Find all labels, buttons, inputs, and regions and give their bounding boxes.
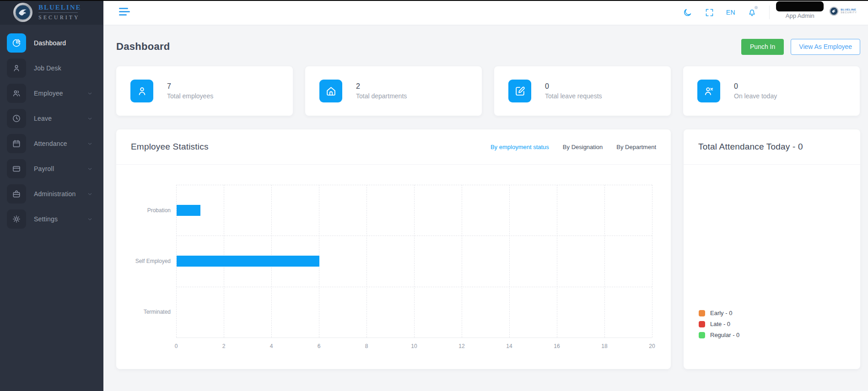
page-header: Dashboard Punch In View As Employee (116, 37, 860, 56)
punch-in-button[interactable]: Punch In (741, 39, 784, 55)
payroll-icon-tile (7, 159, 26, 178)
employee-icon (12, 89, 21, 98)
sidebar-item-label: Payroll (34, 165, 54, 172)
legend-item-late: Late - 0 (699, 321, 739, 327)
sidebar-item-attendance[interactable]: Attendance (0, 134, 103, 154)
settings-icon (12, 214, 21, 224)
sidebar-item-settings[interactable]: Settings (0, 209, 103, 229)
user-menu[interactable]: App Admin (776, 1, 824, 19)
chart-tab-by-designation[interactable]: By Designation (563, 144, 603, 150)
employee-statistics-title: Employee Statistics (131, 142, 209, 152)
sidebar-item-job-desk[interactable]: Job Desk (0, 58, 103, 78)
fullscreen-button[interactable] (704, 7, 715, 18)
sidebar-item-employee[interactable]: Employee (0, 83, 103, 103)
sidebar-item-label: Settings (34, 215, 58, 223)
app-root: BLUELINE SECURITY DashboardJob DeskEmplo… (0, 0, 868, 391)
employee-statistics-chart: 02468101214161820ProbationSelf EmployedT… (176, 185, 652, 337)
chevron-down-icon (87, 166, 92, 171)
y-axis-category-label: Terminated (144, 309, 171, 315)
sidebar-item-payroll[interactable]: Payroll (0, 159, 103, 179)
administration-icon (12, 189, 21, 198)
legend-item-regular: Regular - 0 (699, 332, 739, 338)
notifications-button[interactable] (746, 7, 757, 18)
home-icon-tile (319, 80, 342, 102)
chart-gridline-vertical (652, 185, 652, 337)
legend-swatch (699, 310, 705, 316)
topbar: EN App Admin BLUELINE SECURITY (103, 0, 868, 25)
sidebar-item-dashboard[interactable]: Dashboard (0, 33, 103, 53)
stat-value: 0 (734, 82, 777, 91)
employee-statistics-header: Employee Statistics By employment status… (116, 129, 671, 165)
chart-gridline-horizontal (176, 287, 652, 287)
chart-bar-self-employed (177, 256, 319, 267)
legend-swatch (699, 321, 705, 327)
brand-separator (38, 12, 78, 13)
page-title: Dashboard (116, 41, 170, 53)
stat-value: 0 (545, 82, 602, 91)
chevron-down-icon (87, 192, 92, 197)
chart-tab-by-department[interactable]: By Department (616, 144, 656, 150)
x-axis-tick-label: 14 (506, 343, 512, 349)
sidebar-item-administration[interactable]: Administration (0, 184, 103, 204)
sidebar-item-label: Attendance (34, 140, 67, 147)
x-axis-tick-label: 16 (554, 343, 560, 349)
x-axis-tick-label: 6 (318, 343, 321, 349)
chart-gridline-vertical (604, 185, 605, 337)
hamburger-menu-icon[interactable] (119, 8, 130, 17)
x-axis-tick-label: 4 (270, 343, 273, 349)
x-axis-tick-label: 10 (411, 343, 417, 349)
y-axis-category-label: Probation (147, 207, 171, 214)
attendance-header: Total Attendance Today - 0 (684, 129, 860, 165)
employee-statistics-card: Employee Statistics By employment status… (116, 129, 671, 369)
chart-bar-probation (177, 205, 200, 216)
main-content: Dashboard Punch In View As Employee 7Tot… (103, 25, 868, 391)
chart-gridline-horizontal (176, 236, 652, 236)
employee-icon-tile (7, 84, 26, 103)
legend-label: Late - 0 (710, 321, 730, 327)
chevron-down-icon (87, 217, 92, 222)
chevron-down-icon (87, 116, 92, 121)
chart-gridline-vertical (509, 185, 510, 337)
chart-gridline-vertical (557, 185, 557, 337)
chart-gridline-horizontal (176, 185, 652, 185)
user-icon (136, 86, 148, 97)
notification-dot (755, 6, 758, 9)
legend-item-early: Early - 0 (699, 310, 739, 316)
brand-logo-icon (13, 2, 33, 22)
chevron-down-icon (87, 91, 92, 96)
view-as-employee-button[interactable]: View As Employee (791, 39, 860, 55)
brand: BLUELINE SECURITY (0, 0, 103, 25)
language-selector[interactable]: EN (726, 9, 735, 16)
legend-label: Early - 0 (710, 310, 732, 316)
sidebar-item-leave[interactable]: Leave (0, 108, 103, 129)
redacted-username (776, 1, 824, 11)
moon-icon (683, 8, 692, 17)
sidebar-menu: DashboardJob DeskEmployeeLeaveAttendance… (0, 25, 103, 229)
brand-line1: BLUELINE (38, 4, 81, 11)
sidebar: BLUELINE SECURITY DashboardJob DeskEmplo… (0, 0, 103, 391)
x-axis-tick-label: 2 (222, 343, 226, 349)
dashboard-icon-tile (7, 33, 26, 53)
x-axis-tick-label: 12 (458, 343, 464, 349)
company-emblem-icon (829, 6, 839, 16)
x-axis-tick-label: 18 (601, 343, 607, 349)
administration-icon-tile (7, 184, 26, 204)
dark-mode-toggle[interactable] (682, 7, 693, 18)
legend-swatch (699, 332, 705, 338)
home-icon (325, 86, 337, 97)
company-logo-small: BLUELINE SECURITY (829, 6, 857, 16)
chart-tab-by-employment-status[interactable]: By employment status (491, 144, 549, 150)
x-axis-tick-label: 8 (365, 343, 368, 349)
stat-value: 2 (356, 82, 407, 91)
user-role-label: App Admin (786, 12, 814, 19)
payroll-icon (12, 164, 21, 173)
stat-label: On leave today (734, 92, 777, 100)
user-x-icon-tile (697, 80, 720, 102)
stat-card-total-departments: 2Total departments (305, 66, 482, 116)
legend-label: Regular - 0 (710, 332, 739, 338)
stat-label: Total leave requests (545, 92, 602, 100)
stat-value: 7 (167, 82, 213, 91)
user-x-icon (703, 86, 715, 97)
attendance-legend: Early - 0Late - 0Regular - 0 (699, 310, 739, 338)
chart-gridline-vertical (414, 185, 415, 337)
